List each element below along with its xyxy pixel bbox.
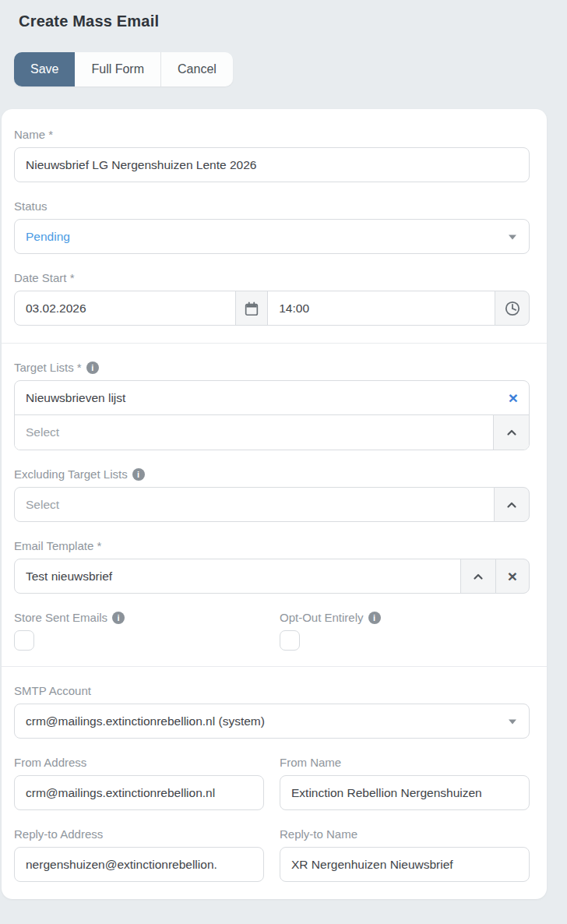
modal-header: Create Mass Email Save Full Form Cancel bbox=[0, 0, 567, 86]
field-target-lists: Target Lists * i Nieuwsbrieven lijst × bbox=[14, 361, 530, 450]
caret-down-icon bbox=[509, 719, 516, 724]
remove-icon[interactable]: × bbox=[509, 390, 518, 406]
field-reply-to-name: Reply-to Name bbox=[280, 827, 530, 882]
field-reply-to-address: Reply-to Address bbox=[14, 827, 264, 882]
field-from-name: From Name bbox=[280, 756, 530, 810]
chevron-up-icon bbox=[505, 499, 518, 511]
opt-out-entirely-label: Opt-Out Entirely i bbox=[280, 611, 530, 624]
excluding-target-lists-expand-button[interactable] bbox=[494, 487, 530, 522]
from-address-label: From Address bbox=[14, 756, 264, 769]
status-value: Pending bbox=[26, 230, 70, 244]
smtp-account-value: crm@mailings.extinctionrebellion.nl (sys… bbox=[26, 714, 265, 728]
time-addon-button[interactable] bbox=[495, 291, 530, 326]
page-title: Create Mass Email bbox=[19, 12, 548, 30]
reply-to-row: Reply-to Address Reply-to Name bbox=[14, 827, 530, 893]
reply-to-address-label: Reply-to Address bbox=[14, 827, 264, 841]
reply-to-name-label: Reply-to Name bbox=[280, 827, 530, 841]
field-from-address: From Address bbox=[14, 756, 264, 810]
store-sent-emails-checkbox[interactable] bbox=[14, 630, 34, 651]
create-mass-email-modal: Create Mass Email Save Full Form Cancel … bbox=[0, 0, 567, 899]
checkbox-row: Store Sent Emails i Opt-Out Entirely i bbox=[14, 611, 530, 651]
store-sent-emails-label-text: Store Sent Emails bbox=[14, 611, 107, 624]
panel-divider bbox=[2, 343, 547, 344]
target-lists-box: Nieuwsbrieven lijst × bbox=[14, 380, 530, 450]
field-opt-out-entirely: Opt-Out Entirely i bbox=[280, 611, 530, 651]
field-status: Status Pending bbox=[14, 199, 530, 254]
from-name-input[interactable] bbox=[280, 775, 530, 810]
email-template-label: Email Template * bbox=[14, 539, 530, 552]
chevron-up-icon bbox=[472, 570, 484, 583]
opt-out-entirely-label-text: Opt-Out Entirely bbox=[280, 611, 364, 624]
from-row: From Address From Name bbox=[14, 756, 530, 827]
target-lists-label-text: Target Lists * bbox=[14, 361, 82, 374]
info-icon[interactable]: i bbox=[132, 468, 145, 481]
from-address-input[interactable] bbox=[14, 775, 264, 810]
reply-to-name-input[interactable] bbox=[280, 847, 530, 882]
panel-divider bbox=[2, 666, 547, 667]
status-select[interactable]: Pending bbox=[14, 219, 530, 254]
excluding-target-lists-row bbox=[14, 487, 530, 522]
field-email-template: Email Template * × bbox=[14, 539, 530, 594]
info-icon[interactable]: i bbox=[368, 612, 381, 624]
caret-down-icon bbox=[509, 235, 516, 239]
smtp-account-select[interactable]: crm@mailings.extinctionrebellion.nl (sys… bbox=[14, 704, 530, 739]
date-start-time-input[interactable] bbox=[267, 291, 495, 326]
status-label: Status bbox=[14, 199, 530, 213]
email-template-expand-button[interactable] bbox=[460, 559, 496, 594]
target-lists-select-input[interactable] bbox=[15, 415, 493, 450]
email-template-input[interactable] bbox=[14, 559, 461, 594]
smtp-account-label: SMTP Account bbox=[14, 684, 530, 697]
store-sent-emails-label: Store Sent Emails i bbox=[14, 611, 264, 624]
date-start-date-input[interactable] bbox=[14, 291, 236, 326]
field-store-sent-emails: Store Sent Emails i bbox=[14, 611, 264, 651]
reply-to-address-input[interactable] bbox=[14, 847, 264, 882]
from-name-label: From Name bbox=[280, 756, 530, 769]
clock-icon bbox=[503, 299, 522, 318]
target-list-item-name: Nieuwsbrieven lijst bbox=[26, 391, 125, 405]
cancel-button[interactable]: Cancel bbox=[160, 52, 233, 86]
excluding-target-lists-label: Excluding Target Lists i bbox=[14, 467, 530, 481]
target-lists-label: Target Lists * i bbox=[14, 361, 530, 374]
info-icon[interactable]: i bbox=[86, 361, 99, 374]
email-template-row: × bbox=[14, 559, 530, 594]
save-button[interactable]: Save bbox=[14, 52, 75, 86]
calendar-addon-button[interactable] bbox=[235, 291, 268, 326]
target-lists-expand-button[interactable] bbox=[493, 415, 529, 450]
clear-icon: × bbox=[508, 567, 517, 586]
full-form-button[interactable]: Full Form bbox=[75, 52, 160, 86]
email-template-clear-button[interactable]: × bbox=[495, 559, 530, 594]
form-panel: Name * Status Pending Date Start * bbox=[2, 109, 547, 899]
name-label: Name * bbox=[14, 128, 530, 141]
excluding-target-lists-label-text: Excluding Target Lists bbox=[14, 467, 128, 481]
field-date-start: Date Start * bbox=[14, 271, 530, 326]
field-name: Name * bbox=[14, 128, 530, 182]
field-smtp-account: SMTP Account crm@mailings.extinctionrebe… bbox=[14, 684, 530, 739]
action-button-group: Save Full Form Cancel bbox=[14, 52, 233, 86]
date-start-label: Date Start * bbox=[14, 271, 530, 284]
info-icon[interactable]: i bbox=[112, 612, 125, 624]
target-list-item: Nieuwsbrieven lijst × bbox=[15, 381, 529, 415]
field-excluding-target-lists: Excluding Target Lists i bbox=[14, 467, 530, 522]
target-lists-select-row bbox=[15, 415, 529, 450]
chevron-up-icon bbox=[505, 426, 518, 439]
calendar-icon bbox=[243, 300, 260, 317]
name-input[interactable] bbox=[14, 147, 530, 182]
date-start-row bbox=[14, 291, 530, 326]
excluding-target-lists-select-input[interactable] bbox=[14, 487, 495, 522]
opt-out-entirely-checkbox[interactable] bbox=[280, 630, 300, 651]
